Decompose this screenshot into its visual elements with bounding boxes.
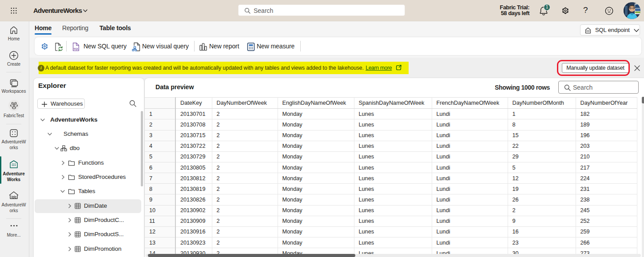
svg-text:SQL: SQL [74, 47, 79, 50]
